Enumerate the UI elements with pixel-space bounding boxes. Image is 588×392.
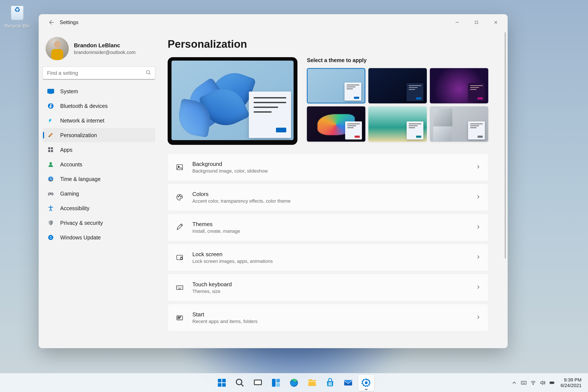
setting-row-background[interactable]: BackgroundBackground image, color, slide…	[168, 154, 488, 181]
sidebar-item-label: Personalization	[60, 132, 97, 138]
touchkb-icon	[175, 282, 184, 292]
search-input[interactable]	[42, 66, 155, 80]
close-button[interactable]	[486, 16, 506, 28]
theme-option-6[interactable]	[430, 106, 488, 142]
start-button[interactable]	[214, 375, 230, 391]
theme-option-2[interactable]	[368, 68, 427, 103]
theme-option-3[interactable]	[430, 68, 488, 103]
sidebar-item-gaming[interactable]: Gaming	[42, 186, 155, 201]
chevron-right-icon	[476, 224, 481, 230]
volume-icon[interactable]	[538, 378, 547, 387]
battery-icon[interactable]	[548, 378, 556, 387]
taskbar-clock[interactable]: 9:39 PM 6/24/2021	[557, 377, 585, 388]
theme-mini-card	[406, 122, 424, 140]
settings-icon	[362, 378, 371, 388]
task-view-icon	[253, 378, 262, 388]
sidebar-item-label: Time & language	[60, 176, 100, 182]
sidebar-item-privacy[interactable]: Privacy & security	[42, 216, 155, 230]
svg-rect-37	[328, 382, 330, 384]
tray-chevron-icon[interactable]	[510, 378, 519, 387]
svg-rect-9	[51, 150, 53, 152]
explorer-icon	[307, 378, 317, 388]
sidebar-item-label: Windows Update	[60, 234, 101, 241]
sidebar-item-accessibility[interactable]: Accessibility	[42, 201, 155, 215]
svg-point-44	[533, 384, 534, 385]
store-icon	[326, 378, 335, 388]
theme-option-1[interactable]	[307, 68, 365, 103]
theme-mini-card	[468, 83, 485, 101]
wifi-icon[interactable]	[529, 378, 538, 387]
svg-rect-31	[255, 380, 261, 384]
taskbar: 9:39 PM 6/24/2021	[0, 373, 588, 392]
app-title: Settings	[60, 19, 78, 25]
mail-button[interactable]	[340, 375, 356, 391]
maximize-button[interactable]	[467, 16, 486, 28]
chevron-right-icon	[476, 164, 481, 170]
setting-row-lock[interactable]: Lock screenLock screen images, apps, ani…	[168, 244, 488, 271]
current-theme-preview[interactable]	[168, 57, 298, 145]
theme-option-4[interactable]	[307, 106, 365, 142]
themes-label: Select a theme to apply	[307, 57, 488, 64]
recycle-bin-label: Recycle Bin	[4, 23, 30, 29]
sidebar-item-apps[interactable]: Apps	[42, 143, 155, 157]
mail-icon	[344, 378, 353, 388]
row-subtitle: Accent color, transparency effects, colo…	[192, 198, 476, 204]
svg-rect-7	[51, 147, 53, 149]
svg-rect-0	[475, 21, 478, 24]
scrollbar[interactable]	[503, 32, 508, 346]
sidebar-item-personalization[interactable]: Personalization	[42, 128, 155, 142]
store-button[interactable]	[322, 375, 338, 391]
privacy-icon	[47, 220, 54, 226]
widgets-icon	[271, 378, 281, 388]
task-view-button[interactable]	[250, 375, 266, 391]
colors-icon	[175, 192, 184, 202]
svg-rect-2	[48, 89, 54, 93]
svg-rect-8	[48, 150, 50, 152]
sidebar-item-label: Accessibility	[60, 205, 90, 212]
chevron-right-icon	[476, 315, 481, 321]
svg-point-18	[178, 196, 179, 197]
edge-icon	[289, 378, 299, 388]
svg-rect-26	[222, 379, 226, 382]
profile-block[interactable]: Brandon LeBlanc brandoninsider@outlook.c…	[42, 34, 155, 65]
search-button[interactable]	[232, 375, 248, 391]
svg-point-29	[236, 379, 242, 385]
svg-point-20	[180, 196, 182, 197]
setting-row-colors[interactable]: ColorsAccent color, transparency effects…	[168, 184, 488, 211]
sidebar-item-network[interactable]: Network & internet	[42, 114, 155, 128]
sidebar-item-accounts[interactable]: Accounts	[42, 157, 155, 172]
svg-point-19	[179, 195, 180, 196]
sidebar-item-system[interactable]: System	[42, 84, 155, 98]
widgets-button[interactable]	[268, 375, 284, 391]
edge-button[interactable]	[286, 375, 302, 391]
theme-mini-card	[406, 83, 424, 101]
setting-row-themes[interactable]: ThemesInstall, create, manage	[168, 214, 488, 241]
svg-rect-34	[276, 383, 280, 387]
back-button[interactable]	[45, 16, 58, 29]
theme-mini-card	[344, 82, 361, 100]
onscreen-keyboard-icon[interactable]	[519, 378, 528, 387]
row-title: Colors	[192, 191, 476, 198]
sidebar-item-bluetooth[interactable]: Bluetooth & devices	[42, 99, 155, 113]
svg-rect-25	[218, 379, 221, 382]
minimize-button[interactable]	[448, 16, 467, 28]
sidebar-item-label: Gaming	[60, 191, 79, 197]
settings-button[interactable]	[358, 375, 374, 391]
bluetooth-icon	[47, 102, 54, 110]
setting-row-start[interactable]: StartRecent apps and items, folders	[168, 304, 488, 332]
theme-mini-card	[345, 122, 362, 140]
setting-row-touchkb[interactable]: Touch keyboardThemes, size	[168, 274, 488, 301]
start-icon	[217, 378, 226, 388]
sidebar-item-time[interactable]: Time & language	[42, 172, 155, 186]
time-icon	[47, 176, 54, 182]
sidebar-item-update[interactable]: Windows Update	[42, 230, 155, 244]
theme-mini-card	[468, 122, 485, 140]
recycle-bin[interactable]: Recycle Bin	[4, 4, 30, 29]
accounts-icon	[47, 161, 54, 168]
update-icon	[47, 234, 54, 241]
sidebar-item-label: System	[60, 88, 78, 94]
svg-point-1	[146, 70, 150, 74]
explorer-button[interactable]	[304, 375, 320, 391]
theme-option-5[interactable]	[368, 106, 427, 142]
clock-time: 9:39 PM	[560, 377, 582, 383]
